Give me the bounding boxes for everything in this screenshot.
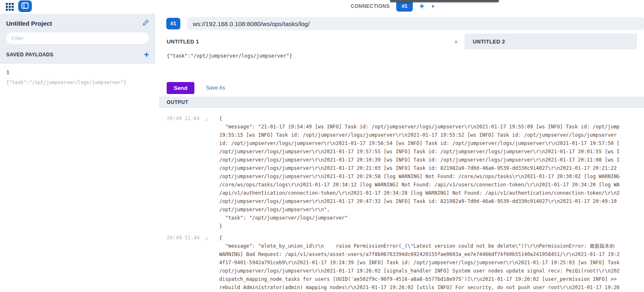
log-line: /opt/jumpserver/logs/jumpserver\r\n2021-… <box>219 156 644 164</box>
log-line: /opt/jumpserver/logs/jumpserver\r\n2021-… <box>219 147 644 156</box>
output-header: OUTPUT <box>159 97 644 108</box>
send-button[interactable]: Send <box>167 82 194 94</box>
connection-tab-1[interactable]: #1 <box>396 1 413 12</box>
tab-untitled-1[interactable]: UNTITLED 1 × <box>159 34 464 49</box>
payload-tab-bar: UNTITLED 1 × UNTITLED 2 <box>159 34 644 49</box>
add-payload-button[interactable]: + <box>144 51 149 58</box>
log-line: 4f17-9401-5942a791ceb9\r\n2021-01-17 19:… <box>219 258 644 267</box>
log-line: /opt/jumpserver/logs/jumpserver\r\n2021-… <box>219 172 644 181</box>
log-line: dispatch_mapping_node_tasks for users [U… <box>219 275 644 283</box>
log-line: "task": "/opt/jumpserver/logs/jumpserver… <box>219 214 644 222</box>
message-body: { "message": "21-01-17 19:54:49 [ws INFO… <box>219 114 644 230</box>
connection-badge: #1 <box>166 18 180 29</box>
log-line: "message": "21-01-17 19:54:49 [ws INFO] … <box>219 123 644 131</box>
main-panel: #1 UNTITLED 1 × UNTITLED 2 {"task":"/opt… <box>159 14 644 292</box>
sidebar-header: Untitled Project <box>0 14 155 49</box>
log-line: rebuild Administrator(admin) mapping nod… <box>219 283 644 292</box>
log-line: /opt/jumpserver/logs/jumpserver\r\n2021-… <box>219 267 644 275</box>
connections-label: CONNECTIONS <box>351 3 390 9</box>
overlay-dark-bar <box>390 0 499 2</box>
payload-editor[interactable]: {"task":"/opt/jumpserver/logs/jumpserver… <box>159 49 644 79</box>
log-line: } <box>219 222 644 230</box>
log-line: /opt/jumpserver/logs/jumpserver\r\n", <box>219 205 644 214</box>
message-body: { "message": "elete_by_union_id\r\n rais… <box>219 234 644 292</box>
log-line: id: /opt/jumpserver/logs/jumpserver\r\n2… <box>219 139 644 147</box>
add-connection-button[interactable]: + <box>419 2 424 10</box>
top-bar: CONNECTIONS #1 + ▼ <box>0 0 644 12</box>
project-title: Untitled Project <box>6 20 52 27</box>
payload-preview: {"task":"/opt/jumpserver/logs/jumpserver… <box>6 80 149 85</box>
tab-label: UNTITLED 2 <box>473 39 505 45</box>
connections-dropdown-icon[interactable]: ▼ <box>431 4 435 9</box>
actions-row: Send Save As <box>159 79 644 97</box>
log-line: /opt/jumpserver/logs/jumpserver\r\n2021-… <box>219 197 644 205</box>
edit-project-icon[interactable] <box>143 19 149 27</box>
log-line: { <box>219 234 644 242</box>
apps-grid-icon[interactable] <box>5 2 14 11</box>
log-line: 19:55:15 [ws INFO] Task id: /opt/jumpser… <box>219 131 644 139</box>
saved-payloads-header: SAVED PAYLOADS + <box>0 49 155 64</box>
saved-payload-item[interactable]: 1 {"task":"/opt/jumpserver/logs/jumpserv… <box>0 64 155 91</box>
output-message: 20:49 11.64 ↓ { "message": "21-01-17 19:… <box>159 114 644 230</box>
log-line: WARNING] Bad Request: /api/v1/assets/ass… <box>219 250 644 258</box>
websocket-url-input[interactable] <box>187 17 644 30</box>
split-pane-icon <box>22 2 29 10</box>
tab-label: UNTITLED 1 <box>167 39 199 45</box>
save-as-button[interactable]: Save As <box>206 85 225 91</box>
payload-name: 1 <box>6 69 149 75</box>
message-timestamp: 20:49 11.44 <box>167 235 199 241</box>
log-line: /core/ws/ops/tasks/logs\r\n2021-01-17 20… <box>219 181 644 189</box>
output-log[interactable]: 20:49 11.64 ↓ { "message": "21-01-17 19:… <box>159 108 644 292</box>
log-line: { <box>219 114 644 123</box>
connection-url-row: #1 <box>159 14 644 34</box>
filter-input[interactable] <box>6 32 149 44</box>
toggle-sidebar-button[interactable] <box>18 0 32 12</box>
sidebar: Untitled Project SAVED PAYLOADS + 1 {"ta… <box>0 14 155 292</box>
log-line: "message": "elete_by_union_id\r\n raise … <box>219 242 644 250</box>
log-line: /opt/jumpserver/logs/jumpserver\r\n2021-… <box>219 164 644 172</box>
saved-payloads-label: SAVED PAYLOADS <box>6 52 53 58</box>
received-arrow-icon: ↓ <box>205 116 208 122</box>
content-area: Untitled Project SAVED PAYLOADS + 1 {"ta… <box>0 14 644 292</box>
close-tab-icon[interactable]: × <box>454 38 458 45</box>
log-line: /api/v1/authentication/connection-token/… <box>219 189 644 197</box>
tab-untitled-2[interactable]: UNTITLED 2 <box>464 34 637 49</box>
received-arrow-icon: ↓ <box>205 235 208 241</box>
output-title: OUTPUT <box>167 99 188 105</box>
output-message: 20:49 11.44 ↓ { "message": "elete_by_uni… <box>159 234 644 292</box>
tab-bar-filler <box>637 34 644 49</box>
message-timestamp: 20:49 11.64 <box>167 116 199 121</box>
